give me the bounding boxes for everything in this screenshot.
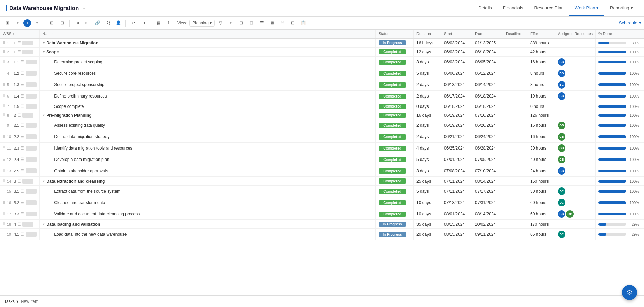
collapse-btn[interactable]: ⊟ [58,19,67,28]
row-menu[interactable]: ☰ [20,232,24,237]
path-btn[interactable]: ⌘ [278,19,287,28]
row-menu[interactable]: ☰ [20,146,24,151]
row-menu[interactable]: ☰ [17,179,21,184]
row-menu[interactable]: ☰ [20,212,24,216]
th-resources[interactable]: Assigned Resources [555,30,596,38]
table-row[interactable]: ⠿ 8 2 ☰ ▾ Pre-Migration Planning Complet… [0,111,644,120]
row-menu[interactable]: ☰ [20,200,24,205]
cell-name[interactable]: Define preliminary resources [40,91,376,102]
info-btn[interactable]: ℹ [164,19,173,28]
nav-item-details[interactable]: Details [473,0,497,16]
cell-name[interactable]: Determine project scoping [40,57,376,68]
drag-handle[interactable]: ⠿ [3,232,6,237]
table-row[interactable]: ⠿ 2 1 ☰ ▾ Scope Completed12 days06/03/20… [0,48,644,57]
drag-handle[interactable]: ⠿ [3,71,6,76]
table-row[interactable]: ⠿ 17 3.3 ☰ Validate and document data cl… [0,208,644,220]
row-menu[interactable]: ☰ [20,189,24,194]
cell-name[interactable]: Scope complete [40,102,376,111]
table-row[interactable]: ⠿ 3 1.1 ☰ Determine project scoping Comp… [0,57,644,68]
table-row[interactable]: ⠿ 6 1.4 ☰ Define preliminary resources C… [0,91,644,102]
row-menu[interactable]: ☰ [20,71,24,76]
cell-name[interactable]: Assess existing data quality [40,120,376,131]
table-row[interactable]: ⠿ 18 4 ☰ ▾ Data loading and validation I… [0,220,644,229]
chevron-icon[interactable]: ▾ [43,113,45,117]
nav-item-financials[interactable]: Financials [497,0,529,16]
drag-handle[interactable]: ⠿ [3,94,6,99]
drag-handle[interactable]: ⠿ [3,123,6,128]
row-menu[interactable]: ☰ [17,113,21,118]
cell-name[interactable]: Load data into the new data warehouse [40,229,376,240]
table-row[interactable]: ⠿ 16 3.2 ☰ Cleanse and transform data Co… [0,197,644,208]
drag-handle[interactable]: ⠿ [3,157,6,162]
table-row[interactable]: ⠿ 4 1.2 ☰ Secure core resources Complete… [0,68,644,79]
chevron-icon[interactable]: ▾ [43,50,45,54]
filter-btn[interactable]: ▽ [216,19,225,28]
th-due[interactable]: Due [472,30,503,38]
link-btn[interactable]: 🔗 [93,19,102,28]
row-menu[interactable]: ☰ [17,222,21,227]
drag-handle[interactable]: ⠿ [3,60,6,64]
th-duration[interactable]: Duration [414,30,441,38]
notes-btn[interactable]: 📋 [299,19,308,28]
cell-name[interactable]: ▾ Scope [40,48,376,57]
row-menu[interactable]: ☰ [20,60,24,64]
drag-handle[interactable]: ⠿ [3,146,6,151]
table-row[interactable]: ⠿ 12 2.4 ☰ Develop a data migration plan… [0,154,644,165]
grid-view-btn[interactable]: ⊞ [3,19,12,28]
table-row[interactable]: ⠿ 7 1.5 ☰ Scope complete Completed0 days… [0,102,644,111]
undo-btn[interactable]: ↩ [129,19,138,28]
cell-name[interactable]: Extract data from the source system [40,186,376,197]
filter-dropdown[interactable]: ▾ [227,19,235,28]
cell-name[interactable]: Develop a data migration plan [40,154,376,165]
drag-handle[interactable]: ⠿ [3,41,6,45]
th-deadline[interactable]: Deadline [503,30,527,38]
row-menu[interactable]: ☰ [20,104,24,109]
outdent-btn[interactable]: ⇤ [83,19,92,28]
assign-btn[interactable]: 👤 [114,19,123,28]
chevron-icon[interactable]: ▾ [43,179,45,183]
split-btn[interactable]: ⊟ [247,19,256,28]
row-menu[interactable]: ☰ [20,168,24,173]
cell-name[interactable]: Define data migration strategy [40,131,376,143]
cell-name[interactable]: Validate and document data cleansing pro… [40,208,376,220]
row-menu[interactable]: ☰ [20,123,24,128]
th-wbs[interactable]: WBS ↑ [0,30,40,38]
nav-item-work-plan[interactable]: Work Plan ▾ [569,0,604,16]
table-row[interactable]: ⠿ 5 1.3 ☰ Secure project sponsorship Com… [0,79,644,91]
cell-name[interactable]: ▾ Data loading and validation [40,220,376,229]
cell-name[interactable]: Secure core resources [40,68,376,79]
table-row[interactable]: ⠿ 10 2.2 ☰ Define data migration strateg… [0,131,644,143]
table-row[interactable]: ⠿ 15 3.1 ☰ Extract data from the source … [0,186,644,197]
schedule-btn[interactable]: Schedule ▾ [619,20,641,25]
nav-item-resource-plan[interactable]: Resource Plan [529,0,569,16]
row-menu[interactable]: ☰ [20,134,24,139]
drag-handle[interactable]: ⠿ [3,104,6,109]
columns-btn[interactable]: ⊞ [237,19,246,28]
add-btn[interactable]: + [23,19,31,27]
table-btn[interactable]: ⊡ [289,19,298,28]
add-dropdown-btn[interactable]: ▾ [32,19,41,28]
cell-name[interactable]: ▾ Data extraction and cleansing [40,177,376,186]
redo-btn[interactable]: ↪ [139,19,148,28]
th-effort[interactable]: Effort [527,30,555,38]
fab-btn[interactable]: ⚙ [622,285,637,300]
drag-handle[interactable]: ⠿ [3,201,6,205]
drag-handle[interactable]: ⠿ [3,179,6,183]
table-row[interactable]: ⠿ 14 3 ☰ ▾ Data extraction and cleansing… [0,177,644,186]
table-row[interactable]: ⠿ 19 4.1 ☰ Load data into the new data w… [0,229,644,240]
cell-name[interactable]: ▾ Pre-Migration Planning [40,111,376,120]
expand-btn[interactable]: ⊞ [47,19,56,28]
cell-name[interactable]: Cleanse and transform data [40,197,376,208]
drag-handle[interactable]: ⠿ [3,135,6,139]
task2-btn[interactable]: ⊠ [268,19,277,28]
cell-name[interactable]: Identify data migration tools and resour… [40,143,376,154]
row-menu[interactable]: ☰ [17,41,21,45]
list-btn[interactable]: ☰ [258,19,266,28]
row-menu[interactable]: ☰ [20,82,24,87]
drag-handle[interactable]: ⠿ [3,113,6,117]
drag-handle[interactable]: ⠿ [3,212,6,216]
row-menu[interactable]: ☰ [20,94,24,99]
tasks-btn[interactable]: Tasks ▾ [4,299,18,304]
chevron-icon[interactable]: ▾ [43,222,45,226]
chevron-icon[interactable]: ▾ [43,41,45,45]
